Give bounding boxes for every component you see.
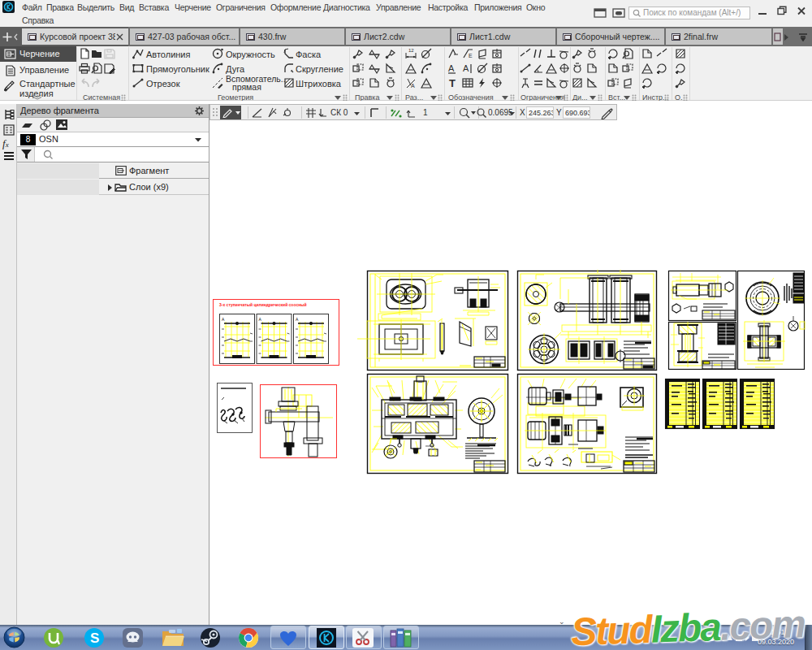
svg-text:3-х ступенчатый цилиндрический: 3-х ступенчатый цилиндрический соосный: [219, 302, 307, 307]
svg-text:S: S: [90, 630, 99, 646]
